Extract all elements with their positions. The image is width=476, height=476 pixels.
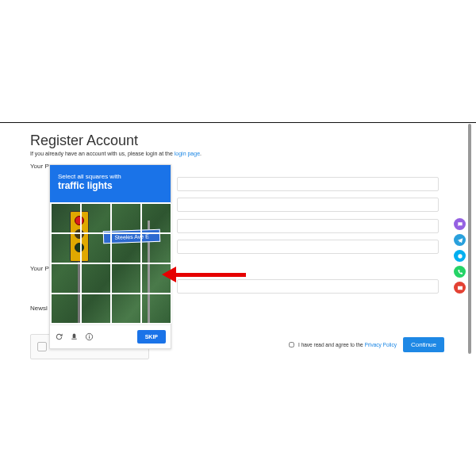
- float-mail-button[interactable]: [454, 282, 466, 294]
- input-field-3[interactable]: [177, 219, 439, 233]
- recaptcha-skip-button[interactable]: SKIP: [137, 330, 166, 344]
- recaptcha-tile[interactable]: [141, 203, 171, 233]
- annotation-arrow-head: [162, 267, 176, 282]
- svg-rect-2: [89, 335, 90, 336]
- recaptcha-tile[interactable]: [111, 233, 141, 263]
- recaptcha-tile[interactable]: [51, 233, 81, 263]
- input-field-5[interactable]: [177, 279, 439, 294]
- recaptcha-instruction-line2: traffic lights: [58, 180, 163, 191]
- recaptcha-tile[interactable]: [81, 294, 111, 324]
- floating-contact-column: [454, 218, 466, 294]
- annotation-arrow: [175, 273, 246, 277]
- recaptcha-tile[interactable]: [111, 263, 141, 294]
- recaptcha-image-grid[interactable]: Steeles Ave E: [51, 203, 171, 324]
- float-skype-button[interactable]: [454, 250, 466, 262]
- recaptcha-tile[interactable]: [141, 294, 171, 324]
- agree-checkbox[interactable]: [289, 342, 294, 347]
- annotation-arrow-line: [175, 273, 246, 277]
- recaptcha-instruction: Select all squares with traffic lights: [50, 165, 171, 202]
- input-field-2[interactable]: [177, 198, 439, 212]
- recaptcha-tile[interactable]: [111, 294, 141, 324]
- recaptcha-info-icon[interactable]: [85, 332, 94, 341]
- login-page-link[interactable]: login page: [175, 151, 200, 156]
- input-field-1[interactable]: [177, 177, 439, 191]
- recaptcha-audio-icon[interactable]: [70, 332, 79, 341]
- recaptcha-grid-overlay: [51, 203, 171, 324]
- agree-prefix: I have read and agree to the: [298, 342, 364, 347]
- top-blank-region: [0, 0, 476, 123]
- recaptcha-tile[interactable]: [81, 263, 111, 294]
- recaptcha-tile[interactable]: [51, 203, 81, 233]
- recaptcha-tile[interactable]: [51, 294, 81, 324]
- float-chat-button[interactable]: [454, 218, 466, 230]
- scrollbar-vertical[interactable]: [468, 124, 471, 354]
- recaptcha-tile[interactable]: [111, 203, 141, 233]
- continue-button[interactable]: Continue: [403, 337, 444, 352]
- recaptcha-instruction-line1: Select all squares with: [58, 173, 163, 180]
- recaptcha-checkbox[interactable]: [37, 342, 47, 351]
- recaptcha-tile[interactable]: [81, 203, 111, 233]
- recaptcha-tile[interactable]: [81, 233, 111, 263]
- recaptcha-tile[interactable]: [141, 233, 171, 263]
- svg-point-3: [458, 254, 462, 258]
- recaptcha-challenge-popup: Select all squares with traffic lights S…: [49, 164, 171, 349]
- agree-text: I have read and agree to the Privacy Pol…: [289, 342, 397, 348]
- input-field-4[interactable]: [177, 240, 439, 254]
- privacy-policy-link[interactable]: Privacy Policy: [365, 342, 397, 347]
- float-telegram-button[interactable]: [454, 234, 466, 246]
- svg-rect-1: [89, 336, 90, 339]
- login-hint: If you already have an account with us, …: [30, 151, 446, 156]
- float-whatsapp-button[interactable]: [454, 266, 466, 278]
- recaptcha-tile[interactable]: [51, 263, 81, 294]
- recaptcha-reload-icon[interactable]: [55, 332, 63, 341]
- page-title: Register Account: [30, 132, 446, 149]
- login-hint-text: If you already have an account with us, …: [30, 151, 175, 156]
